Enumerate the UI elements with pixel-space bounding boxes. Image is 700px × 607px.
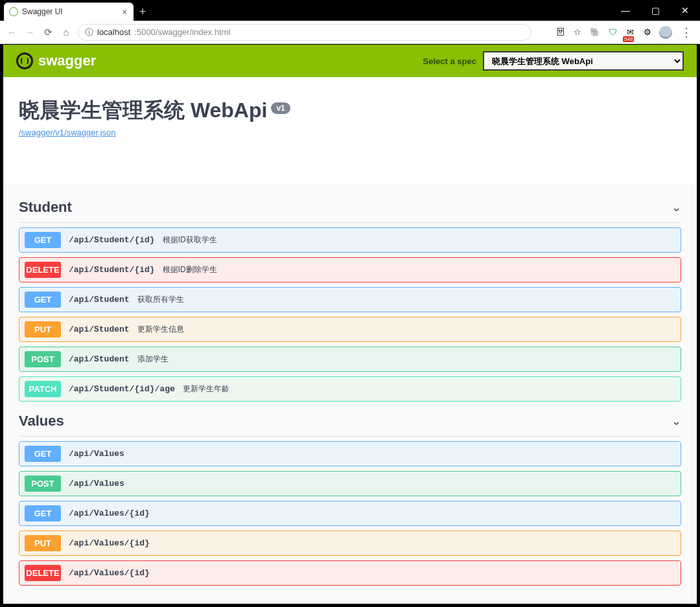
nav-back-icon[interactable]: ← (5, 27, 18, 38)
swagger-logo-text: swagger (38, 52, 96, 69)
spec-select[interactable]: 晓晨学生管理系统 WebApi (483, 51, 684, 71)
browser-titlebar: Swagger UI × + — ▢ ✕ (0, 0, 700, 21)
tag-name: Student (19, 199, 72, 216)
url-path: :5000/swagger/index.html (134, 27, 230, 37)
tag-header-values[interactable]: Values ⌄ (19, 406, 681, 437)
translate-icon[interactable]: 🈂 (554, 27, 566, 38)
method-badge: DELETE (25, 262, 61, 278)
bookmark-star-icon[interactable]: ☆ (572, 27, 583, 38)
op-description: 更新学生信息 (137, 324, 184, 335)
page-content[interactable]: swagger Select a spec 晓晨学生管理系统 WebApi 晓晨… (3, 44, 697, 604)
operations-container: Student ⌄ GET /api/Student/{id} 根据ID获取学生… (3, 183, 697, 604)
api-title-text: 晓晨学生管理系统 WebApi (19, 97, 267, 125)
window-close-button[interactable]: ✕ (670, 0, 700, 21)
evernote-icon[interactable]: 🐘 (589, 27, 601, 38)
method-badge: PUT (25, 535, 61, 551)
url-host: localhost (97, 27, 130, 37)
op-path: /api/Student/{id} (69, 235, 155, 245)
spec-selector-area: Select a spec 晓晨学生管理系统 WebApi (423, 51, 684, 71)
extension-area: 🈂 ☆ 🐘 🛡 ✉ ⚙ ⋮ (554, 25, 695, 40)
browser-menu-icon[interactable]: ⋮ (678, 25, 695, 40)
op-description: 根据ID删除学生 (163, 264, 217, 275)
op-path: /api/Student (69, 325, 130, 334)
op-description: 根据ID获取学生 (163, 235, 217, 246)
tag-header-student[interactable]: Student ⌄ (19, 192, 681, 223)
op-path: /api/Values/{id} (69, 568, 150, 578)
window-minimize-button[interactable]: — (611, 0, 640, 21)
op-path: /api/Values/{id} (69, 509, 150, 518)
op-path: /api/Student (69, 295, 130, 304)
op-student-delete-by-id[interactable]: DELETE /api/Student/{id} 根据ID删除学生 (19, 257, 681, 282)
method-badge: POST (25, 351, 61, 367)
api-version-badge: v1 (271, 102, 290, 114)
api-info: 晓晨学生管理系统 WebApi v1 /swagger/v1/swagger.j… (3, 77, 697, 183)
op-path: /api/Values (69, 479, 124, 488)
method-badge: GET (25, 505, 61, 521)
new-tab-button[interactable]: + (134, 3, 152, 21)
op-path: /api/Student/{id} (69, 265, 155, 275)
nav-reload-icon[interactable]: ⟳ (41, 27, 54, 38)
method-badge: GET (25, 232, 61, 248)
spec-select-label: Select a spec (423, 56, 476, 66)
method-badge: DELETE (25, 565, 61, 581)
method-badge: PATCH (25, 381, 61, 397)
op-values-get-by-id[interactable]: GET /api/Values/{id} (19, 501, 681, 526)
op-description: 添加学生 (137, 354, 169, 365)
op-student-put[interactable]: PUT /api/Student 更新学生信息 (19, 317, 681, 342)
op-path: /api/Student (69, 354, 130, 364)
tab-favicon (9, 7, 18, 16)
chevron-down-icon: ⌄ (671, 414, 681, 428)
nav-home-icon[interactable]: ⌂ (60, 27, 73, 38)
op-values-delete[interactable]: DELETE /api/Values/{id} (19, 560, 681, 586)
browser-window: Swagger UI × + — ▢ ✕ ← → ⟳ ⌂ ⓘ localhost… (0, 0, 700, 607)
op-student-patch-age[interactable]: PATCH /api/Student/{id}/age 更新学生年龄 (19, 376, 681, 402)
address-bar[interactable]: ⓘ localhost:5000/swagger/index.html (78, 24, 531, 41)
browser-tab[interactable]: Swagger UI × (4, 3, 134, 21)
nav-forward-icon[interactable]: → (23, 27, 36, 38)
op-student-get-by-id[interactable]: GET /api/Student/{id} 根据ID获取学生 (19, 227, 681, 253)
models-section-header[interactable]: Models ⌄ (19, 602, 681, 604)
tool-icon[interactable]: ⚙ (642, 27, 653, 38)
op-path: /api/Student/{id}/age (69, 384, 175, 394)
api-title: 晓晨学生管理系统 WebApi v1 (19, 97, 681, 125)
swagger-logo-icon (16, 52, 33, 69)
op-description: 更新学生年龄 (183, 384, 229, 395)
op-values-post[interactable]: POST /api/Values (19, 471, 681, 496)
op-path: /api/Values/{id} (69, 538, 150, 548)
method-badge: GET (25, 446, 61, 462)
profile-avatar[interactable] (659, 26, 672, 39)
browser-toolbar: ← → ⟳ ⌂ ⓘ localhost:5000/swagger/index.h… (0, 21, 700, 44)
swagger-json-link[interactable]: /swagger/v1/swagger.json (19, 128, 116, 137)
method-badge: POST (25, 475, 61, 492)
window-controls: — ▢ ✕ (611, 0, 700, 21)
chevron-down-icon: ⌄ (671, 200, 681, 214)
swagger-topbar: swagger Select a spec 晓晨学生管理系统 WebApi (3, 45, 697, 77)
method-badge: PUT (25, 321, 61, 338)
swagger-logo[interactable]: swagger (16, 52, 96, 69)
op-student-get-all[interactable]: GET /api/Student 获取所有学生 (19, 287, 681, 312)
window-maximize-button[interactable]: ▢ (640, 0, 670, 21)
op-description: 获取所有学生 (137, 294, 184, 305)
op-values-put[interactable]: PUT /api/Values/{id} (19, 531, 681, 556)
gmail-icon[interactable]: ✉ (624, 27, 636, 38)
op-values-get-all[interactable]: GET /api/Values (19, 441, 681, 466)
op-student-post[interactable]: POST /api/Student 添加学生 (19, 347, 681, 372)
close-tab-icon[interactable]: × (122, 7, 127, 17)
adblock-shield-icon[interactable]: 🛡 (607, 27, 618, 38)
tag-name: Values (19, 413, 64, 429)
method-badge: GET (25, 292, 61, 308)
tab-title: Swagger UI (22, 7, 63, 16)
site-info-icon[interactable]: ⓘ (85, 27, 93, 38)
op-path: /api/Values (69, 449, 124, 459)
